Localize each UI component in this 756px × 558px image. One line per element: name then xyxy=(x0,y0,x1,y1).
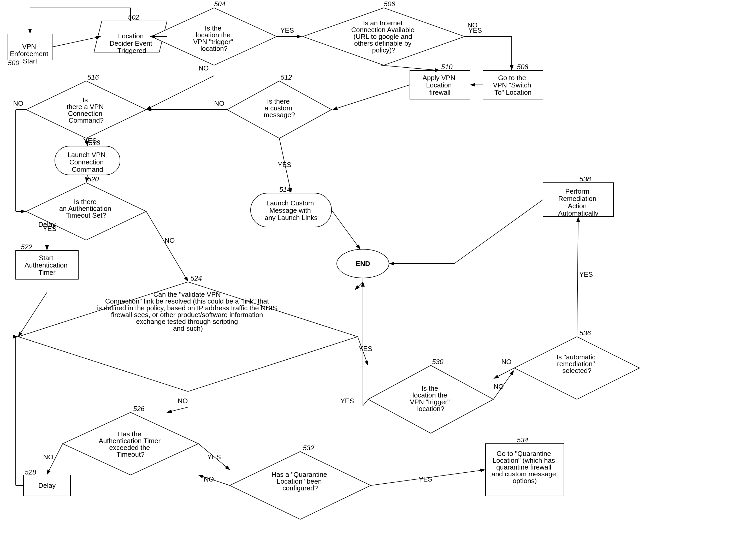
label-536-yes: YES xyxy=(579,271,593,278)
arrow-532-no xyxy=(198,475,230,485)
svg-text:502: 502 xyxy=(128,13,140,21)
svg-text:508: 508 xyxy=(517,63,528,71)
svg-text:516: 516 xyxy=(87,73,99,81)
arrow-504-516 xyxy=(146,76,214,110)
arrow-510-512 xyxy=(333,85,410,110)
label-524-yes: YES xyxy=(359,345,372,353)
arrow-start-502 xyxy=(52,36,101,47)
arrow-536-no xyxy=(494,368,514,378)
node-504: Is the location the VPN "trigger" locati… xyxy=(151,0,277,65)
svg-text:522: 522 xyxy=(21,243,32,251)
node-500: VPN Enforcement Start 500 xyxy=(8,34,52,67)
svg-text:528: 528 xyxy=(25,468,36,476)
label-506-yes: YES xyxy=(468,26,482,34)
label-524-no: NO xyxy=(178,397,188,405)
arrow-514-end xyxy=(331,210,360,249)
svg-text:524: 524 xyxy=(191,274,202,282)
arrow-524-526 xyxy=(167,407,188,412)
label-512-yes: YES xyxy=(278,161,291,169)
label-532-yes: YES xyxy=(419,475,432,483)
svg-text:530: 530 xyxy=(432,358,444,366)
svg-text:Delay: Delay xyxy=(39,482,56,489)
svg-text:END: END xyxy=(356,260,370,268)
arrow-520-524 xyxy=(146,211,188,281)
svg-text:526: 526 xyxy=(133,405,145,413)
line-530-yes xyxy=(363,399,368,406)
label-520-no: NO xyxy=(165,236,175,244)
node-524: Can the "validate VPN Connection" link b… xyxy=(18,274,358,391)
flowchart-diagram: VPN Enforcement Start 500 Location Decid… xyxy=(0,0,756,558)
node-516: Is there a VPN Connection Command? 516 xyxy=(26,73,146,138)
label-530-no: NO xyxy=(494,383,504,390)
svg-text:Is there
        a custom
    : Is there a custom message? xyxy=(264,97,295,119)
line-538-end xyxy=(454,200,543,263)
label-520-yes: YES xyxy=(43,225,56,232)
node-536: Is "automatic remediation" selected? 536 xyxy=(514,329,639,399)
arrow-end-524 xyxy=(355,282,363,290)
svg-text:504: 504 xyxy=(214,0,225,8)
label-536-no: NO xyxy=(502,358,512,366)
svg-text:Is "automatic
        remediat: Is "automatic remediation" selected? xyxy=(557,353,598,375)
node-532: Has a "Quarantine Location" been configu… xyxy=(230,444,371,519)
svg-text:510: 510 xyxy=(441,63,453,71)
label-512-no: NO xyxy=(214,99,225,107)
label-504-no: NO xyxy=(199,64,209,72)
node-526: Has the Authentication Timer exceeded th… xyxy=(62,405,198,475)
svg-text:Launch Custom
        Message : Launch Custom Message with any Launch Li… xyxy=(265,199,318,222)
svg-text:500: 500 xyxy=(8,59,19,67)
node-530: Is the location the VPN "trigger" locati… xyxy=(368,358,494,433)
svg-text:Launch VPN
        Connection
: Launch VPN Connection Command xyxy=(67,151,107,173)
node-512: Is there a custom message? 512 xyxy=(227,73,331,138)
svg-text:506: 506 xyxy=(384,0,395,8)
arrow-506-510 xyxy=(381,65,440,71)
label-516-no: NO xyxy=(13,99,24,107)
label-526-yes: YES xyxy=(207,453,221,461)
svg-text:512: 512 xyxy=(281,73,292,81)
node-506: Is an Internet Connection Available (URL… xyxy=(303,0,465,65)
label-504-yes: YES xyxy=(280,26,294,34)
label-532-no: NO xyxy=(204,475,214,483)
svg-text:514: 514 xyxy=(279,185,291,194)
svg-text:534: 534 xyxy=(517,436,528,444)
svg-text:536: 536 xyxy=(580,329,591,337)
label-530-yes: YES xyxy=(341,397,354,405)
label-526-no: NO xyxy=(43,453,53,461)
label-516-yes: YES xyxy=(83,137,97,145)
svg-text:532: 532 xyxy=(303,444,314,452)
node-end: END xyxy=(337,249,389,278)
svg-text:538: 538 xyxy=(580,175,591,183)
svg-text:Go to the
        VPN "Switch
: Go to the VPN "Switch To" Location xyxy=(493,74,533,96)
node-538: Perform Remediation Action Automatically… xyxy=(543,175,613,217)
svg-text:520: 520 xyxy=(87,175,99,183)
arrow-536-538 xyxy=(577,217,578,337)
node-534: Go to "Quarantine Location" (which has q… xyxy=(485,436,564,496)
node-508: Go to the VPN "Switch To" Location 508 xyxy=(483,63,543,99)
